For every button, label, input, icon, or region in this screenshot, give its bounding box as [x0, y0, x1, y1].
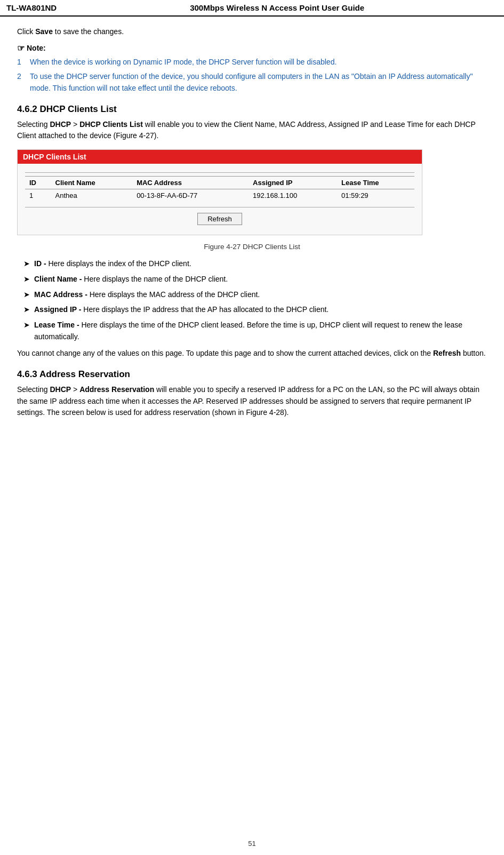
- page-header: TL-WA801ND 300Mbps Wireless N Access Poi…: [0, 0, 504, 17]
- page-footer: 51: [0, 840, 504, 848]
- figure-4-27: DHCP Clients List ID Client Name MAC Add…: [17, 149, 422, 235]
- col-id: ID: [25, 177, 51, 189]
- bullet-id: ➤ ID - Here displays the index of the DH…: [23, 258, 487, 270]
- bullet-mac-address: ➤ MAC Address - Here displays the MAC ad…: [23, 289, 487, 301]
- main-content: Click Save to save the changes. ☞ Note: …: [0, 17, 504, 440]
- page-number: 51: [248, 840, 255, 848]
- col-client-name: Client Name: [51, 177, 133, 189]
- bullet-id-text: ID - Here displays the index of the DHCP…: [34, 258, 487, 270]
- refresh-para-pre: You cannot change any of the values on t…: [17, 349, 433, 357]
- cell-client-name: Anthea: [51, 189, 133, 202]
- bullet-lease-time: ➤ Lease Time - Here displays the time of…: [23, 319, 487, 342]
- table-sep-top: [25, 172, 414, 173]
- s463-pre: Selecting: [17, 385, 50, 394]
- note-list: 1 When the device is working on Dynamic …: [17, 57, 487, 94]
- click-save-pre: Click: [17, 27, 35, 36]
- dhcp-banner: DHCP Clients List: [18, 150, 422, 164]
- note-item-2: 2 To use the DHCP server function of the…: [17, 71, 487, 94]
- note-label: ☞ Note:: [17, 43, 487, 53]
- bullet-assigned-ip: ➤ Assigned IP - Here displays the IP add…: [23, 304, 487, 316]
- table-header: ID Client Name MAC Address Assigned IP L…: [25, 177, 414, 189]
- intro-sep1: >: [71, 120, 79, 129]
- dhcp-clients-table: ID Client Name MAC Address Assigned IP L…: [25, 176, 414, 202]
- arrow-icon-1: ➤: [23, 258, 31, 270]
- figure-caption: Figure 4-27 DHCP Clients List: [17, 243, 487, 251]
- click-save-post: to save the changes.: [53, 27, 124, 36]
- arrow-icon-3: ➤: [23, 289, 31, 301]
- note-icon: ☞: [17, 43, 25, 53]
- refresh-para-post: button.: [461, 349, 486, 357]
- note-item-1-text: When the device is working on Dynamic IP…: [30, 57, 487, 68]
- bullet-mac-address-text: MAC Address - Here displays the MAC addr…: [34, 289, 487, 301]
- table-header-row: ID Client Name MAC Address Assigned IP L…: [25, 177, 414, 189]
- table-body: 1 Anthea 00-13-8F-AA-6D-77 192.168.1.100…: [25, 189, 414, 202]
- bullet-assigned-ip-text: Assigned IP - Here displays the IP addre…: [34, 304, 487, 316]
- section-4-6-3-intro: Selecting DHCP > Address Reservation wil…: [17, 384, 487, 419]
- bullet-list: ➤ ID - Here displays the index of the DH…: [17, 258, 487, 342]
- intro-pre: Selecting: [17, 120, 50, 129]
- arrow-icon-4: ➤: [23, 304, 31, 316]
- dhcp-bold-2: DHCP: [50, 385, 71, 394]
- note-item-2-num: 2: [17, 71, 26, 94]
- table-sep-bottom: [25, 207, 414, 207]
- cell-assigned-ip: 192.168.1.100: [249, 189, 337, 202]
- note-item-2-text: To use the DHCP server function of the d…: [30, 71, 487, 94]
- table-row: 1 Anthea 00-13-8F-AA-6D-77 192.168.1.100…: [25, 189, 414, 202]
- arrow-icon-2: ➤: [23, 274, 31, 285]
- click-save-paragraph: Click Save to save the changes.: [17, 26, 487, 38]
- refresh-button[interactable]: Refresh: [197, 213, 242, 225]
- bullet-lease-time-text: Lease Time - Here displays the time of t…: [34, 319, 487, 342]
- bullet-client-name: ➤ Client Name - Here displays the name o…: [23, 274, 487, 285]
- model-name: TL-WA801ND: [6, 3, 57, 12]
- col-lease-time: Lease Time: [337, 177, 414, 189]
- note-item-1: 1 When the device is working on Dynamic …: [17, 57, 487, 68]
- section-4-6-3-heading: 4.6.3 Address Reservation: [17, 369, 487, 380]
- refresh-bold: Refresh: [433, 349, 461, 357]
- cell-lease-time: 01:59:29: [337, 189, 414, 202]
- bullet-client-name-text: Client Name - Here displays the name of …: [34, 274, 487, 285]
- arrow-icon-5: ➤: [23, 319, 31, 342]
- guide-title: 300Mbps Wireless N Access Point User Gui…: [57, 3, 498, 12]
- col-mac-address: MAC Address: [132, 177, 249, 189]
- save-bold: Save: [35, 27, 53, 36]
- cell-id: 1: [25, 189, 51, 202]
- note-block: ☞ Note: 1 When the device is working on …: [17, 43, 487, 94]
- refresh-paragraph: You cannot change any of the values on t…: [17, 348, 487, 359]
- section-4-6-2-intro: Selecting DHCP > DHCP Clients List will …: [17, 119, 487, 142]
- note-label-text: Note:: [27, 44, 46, 52]
- col-assigned-ip: Assigned IP: [249, 177, 337, 189]
- dhcp-bold-1: DHCP: [50, 120, 71, 129]
- refresh-row: Refresh: [25, 213, 414, 225]
- address-reservation-bold: Address Reservation: [79, 385, 154, 394]
- figure-inner: ID Client Name MAC Address Assigned IP L…: [18, 164, 422, 235]
- cell-mac-address: 00-13-8F-AA-6D-77: [132, 189, 249, 202]
- dhcp-clients-list-bold: DHCP Clients List: [79, 120, 143, 129]
- note-item-1-num: 1: [17, 57, 26, 68]
- section-4-6-2-heading: 4.6.2 DHCP Clients List: [17, 104, 487, 115]
- s463-sep1: >: [71, 385, 79, 394]
